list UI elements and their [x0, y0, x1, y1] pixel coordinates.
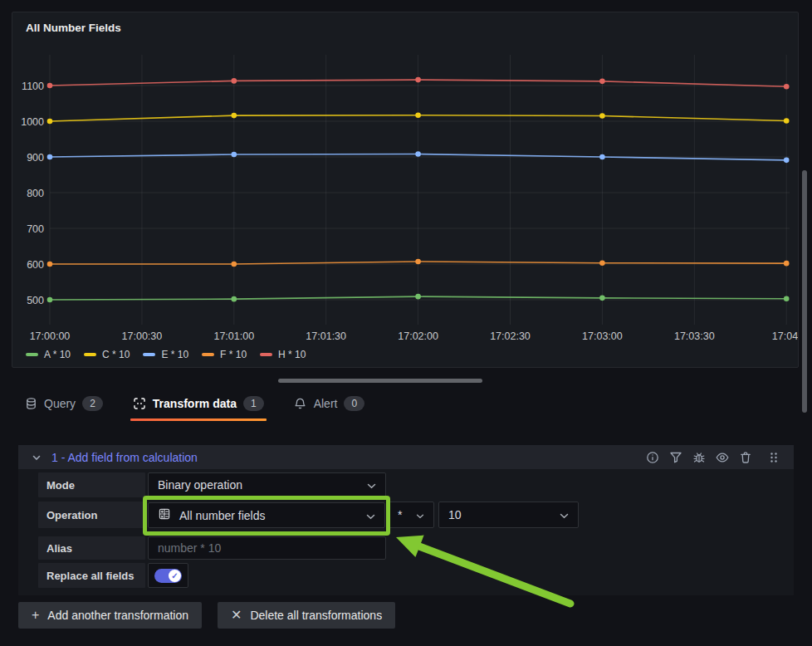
legend-label: A * 10: [44, 349, 71, 360]
mode-select[interactable]: Binary operation: [148, 472, 386, 497]
replace-all-fields-toggle[interactable]: ✓: [148, 563, 188, 588]
legend-swatch-icon: [260, 353, 272, 356]
legend-item[interactable]: A * 10: [26, 349, 71, 360]
toggle-pill: ✓: [154, 569, 182, 583]
svg-text:900: 900: [27, 152, 44, 164]
svg-text:17:03:30: 17:03:30: [674, 330, 715, 342]
chevron-down-icon: [366, 509, 375, 522]
check-icon: ✓: [169, 570, 181, 582]
legend-label: F * 10: [220, 349, 247, 360]
svg-text:17:01:30: 17:01:30: [306, 330, 346, 342]
operator-value: *: [398, 508, 402, 521]
svg-text:17:01:00: 17:01:00: [213, 330, 254, 342]
svg-text:800: 800: [27, 188, 44, 199]
svg-text:17:03:00: 17:03:00: [582, 330, 623, 342]
operation-field-select[interactable]: All number fields: [148, 502, 385, 528]
svg-text:17:00:00: 17:00:00: [30, 330, 71, 342]
chevron-down-icon: [367, 478, 376, 492]
svg-text:17:04:: 17:04:: [772, 330, 798, 342]
delete-all-transformations-button[interactable]: ✕ Delete all transformations: [218, 602, 395, 629]
legend-swatch-icon: [202, 353, 214, 356]
svg-text:1100: 1100: [22, 81, 44, 92]
add-transformation-button[interactable]: + Add another transformation: [18, 602, 202, 629]
svg-text:17:00:30: 17:00:30: [122, 330, 163, 342]
operation-field-value: All number fields: [179, 509, 266, 522]
chevron-down-icon: [416, 508, 424, 521]
svg-text:500: 500: [27, 295, 44, 306]
transformation-actions: + Add another transformation ✕ Delete al…: [18, 602, 395, 629]
legend-item[interactable]: F * 10: [202, 349, 247, 360]
tab-transform-data[interactable]: Transform data 1: [130, 393, 267, 421]
transformation-title: 1 - Add field from calculation: [51, 451, 198, 464]
tab-label: Transform data: [153, 397, 237, 410]
tab-query[interactable]: Query 2: [22, 393, 105, 421]
database-icon: [24, 397, 37, 410]
tab-count-badge: 2: [82, 396, 103, 411]
tab-count-badge: 1: [243, 396, 264, 411]
tab-alert[interactable]: Alert 0: [291, 393, 367, 421]
svg-text:17:02:00: 17:02:00: [398, 330, 438, 342]
drag-handle-icon[interactable]: [767, 451, 780, 464]
legend-label: E * 10: [161, 349, 188, 360]
panel-resize-handle[interactable]: [278, 379, 482, 383]
active-tab-underline: [130, 418, 267, 421]
legend-label: H * 10: [278, 349, 306, 360]
editor-tabs: Query 2 Transform data 1: [22, 393, 392, 421]
trash-icon[interactable]: [739, 451, 752, 464]
svg-text:17:02:30: 17:02:30: [490, 330, 531, 342]
eye-icon[interactable]: [716, 451, 729, 464]
operand-select[interactable]: 10: [438, 502, 579, 528]
chart-legend: A * 10C * 10E * 10F * 10H * 10: [26, 349, 306, 360]
replace-all-fields-label: Replace all fields: [38, 563, 145, 588]
tab-label: Query: [44, 397, 76, 410]
svg-text:600: 600: [27, 259, 44, 271]
tab-label: Alert: [314, 397, 338, 410]
chevron-down-icon: [560, 508, 569, 521]
bell-icon: [294, 397, 307, 410]
chart-panel: All Number Fields 17:00:0017:00:3017:01:…: [12, 12, 799, 368]
vertical-scrollbar-thumb[interactable]: [802, 170, 807, 413]
legend-item[interactable]: C * 10: [84, 349, 130, 360]
close-icon: ✕: [231, 609, 242, 622]
operand-value: 10: [448, 508, 462, 521]
grafana-panel-editor: All Number Fields 17:00:0017:00:3017:01:…: [0, 0, 812, 646]
add-transformation-label: Add another transformation: [47, 609, 188, 622]
bug-icon[interactable]: [692, 451, 706, 464]
plus-icon: +: [32, 609, 39, 622]
legend-item[interactable]: H * 10: [260, 349, 306, 360]
svg-text:1000: 1000: [21, 116, 44, 128]
info-icon[interactable]: [646, 451, 659, 464]
svg-text:700: 700: [27, 223, 44, 235]
alias-label: Alias: [38, 536, 145, 560]
tab-count-badge: 0: [344, 396, 364, 411]
chevron-down-icon: [30, 451, 43, 464]
alias-placeholder: number * 10: [158, 541, 221, 555]
mode-value: Binary operation: [158, 478, 242, 492]
process-icon: [133, 397, 146, 410]
filter-icon[interactable]: [669, 451, 682, 464]
transformation-toolbar: [646, 451, 780, 464]
legend-swatch-icon: [84, 353, 96, 356]
transformation-header: 1 - Add field from calculation: [18, 445, 794, 469]
delete-all-transformations-label: Delete all transformations: [250, 609, 382, 622]
mode-label: Mode: [38, 472, 145, 497]
time-series-chart[interactable]: 17:00:0017:00:3017:01:0017:01:3017:02:00…: [12, 12, 798, 367]
legend-swatch-icon: [143, 353, 155, 356]
transformation-collapse[interactable]: 1 - Add field from calculation: [30, 451, 198, 464]
operator-select[interactable]: *: [388, 502, 434, 528]
legend-item[interactable]: E * 10: [143, 349, 188, 360]
alias-input[interactable]: number * 10: [148, 536, 386, 560]
operation-label: Operation: [38, 502, 145, 528]
legend-swatch-icon: [26, 353, 38, 356]
calculator-icon: [158, 507, 171, 523]
legend-label: C * 10: [102, 349, 130, 360]
